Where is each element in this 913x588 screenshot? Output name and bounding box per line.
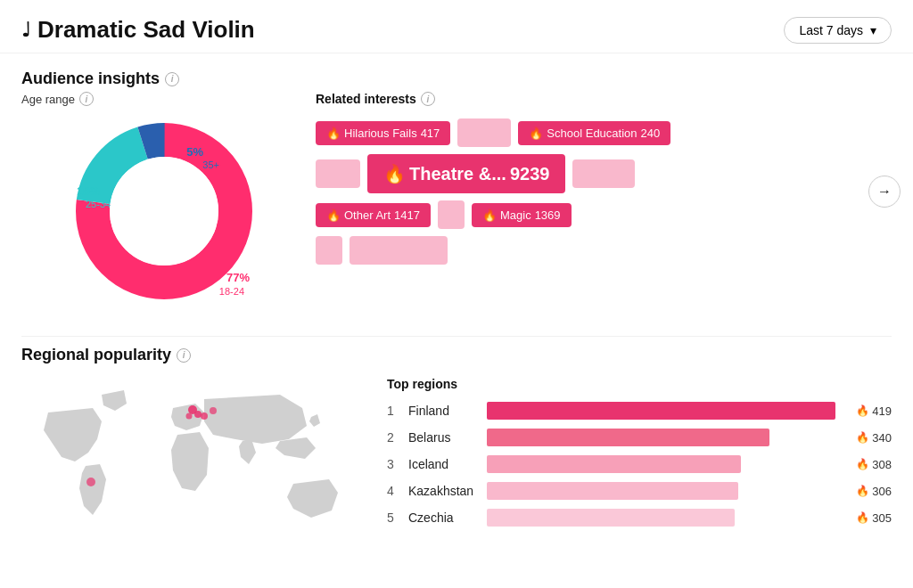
tag-placeholder-6	[350, 236, 448, 265]
tag-hilarious-fails-label: Hilarious Fails	[344, 127, 417, 140]
tag-placeholder-5	[316, 236, 342, 265]
svg-point-9	[86, 478, 95, 486]
region-bar-iceland	[487, 455, 741, 473]
section-divider	[21, 336, 892, 337]
main-content: Audience insights i Age range i	[0, 53, 913, 575]
fire-icon-finland: 🔥	[856, 404, 869, 417]
related-interests-text: Related interests	[316, 92, 416, 106]
next-arrow-button[interactable]: →	[868, 176, 901, 208]
svg-point-3	[110, 157, 218, 265]
region-bar-wrap-5	[487, 509, 835, 527]
belarus-count-text: 340	[872, 431, 892, 445]
tag-magic[interactable]: 🔥 Magic 1369	[472, 203, 572, 227]
label-18-24: 18-24	[219, 286, 244, 297]
region-bar-wrap-3	[487, 455, 835, 473]
tag-placeholder-4	[438, 200, 465, 229]
region-bar-kazakhstan	[487, 482, 738, 500]
related-interests-title: Related interests i	[316, 92, 892, 106]
fire-icon-4: 🔥	[482, 208, 497, 222]
title-text: Dramatic Sad Violin	[37, 16, 255, 44]
tag-theatre-label: Theatre &...	[409, 164, 506, 184]
region-name-kazakhstan: Kazakhstan	[408, 484, 480, 498]
chevron-down-icon: ▾	[870, 23, 876, 37]
iceland-count-text: 308	[872, 458, 892, 471]
region-bar-wrap-2	[487, 429, 835, 446]
region-bar-czechia	[487, 509, 735, 527]
date-picker-button[interactable]: Last 7 days ▾	[784, 17, 892, 44]
age-range-label: Age range i	[21, 92, 307, 106]
region-name-belarus: Belarus	[408, 430, 480, 445]
regional-section-title: Regional popularity i	[21, 346, 892, 364]
table-row: 2 Belarus 🔥 340	[387, 429, 892, 446]
interest-row-2: 🔥 Theatre &... 9239	[316, 154, 892, 193]
tag-placeholder-1	[457, 118, 511, 147]
label-25-34: 25-34	[86, 199, 111, 209]
czechia-count-text: 305	[872, 511, 892, 525]
tag-other-art-count: 1417	[394, 208, 420, 222]
region-name-iceland: Iceland	[408, 457, 480, 471]
tag-magic-count: 1369	[535, 208, 561, 222]
fire-icon-czechia: 🔥	[856, 511, 869, 524]
region-count-finland: 🔥 419	[843, 404, 892, 418]
fire-icon-kazakhstan: 🔥	[856, 485, 869, 497]
top-regions-title: Top regions	[387, 377, 892, 391]
table-row: 4 Kazakhstan 🔥 306	[387, 482, 892, 500]
label-18-pct: 18%	[77, 184, 100, 198]
regional-info-icon[interactable]: i	[177, 348, 191, 363]
donut-chart: 77% 18-24 18% 25-34 5% 35+	[66, 113, 262, 309]
region-bar-belarus	[487, 429, 769, 446]
tag-school-education-count: 240	[641, 127, 661, 140]
label-5-pct: 5%	[186, 145, 203, 159]
regional-content: Top regions 1 Finland 🔥 419 2 Belarus	[21, 377, 892, 559]
tag-placeholder-2	[316, 159, 360, 188]
tag-hilarious-fails[interactable]: 🔥 Hilarious Fails 417	[316, 121, 450, 145]
label-77-pct: 77%	[226, 271, 250, 284]
related-interests-info-icon[interactable]: i	[421, 92, 435, 106]
region-name-finland: Finland	[408, 404, 480, 418]
fire-icon-iceland: 🔥	[856, 458, 869, 470]
fire-icon: 🔥	[326, 127, 341, 140]
region-count-czechia: 🔥 305	[843, 511, 892, 525]
tag-school-education-label: School Education	[547, 127, 637, 140]
tag-other-art-label: Other Art	[344, 208, 391, 222]
tag-theatre[interactable]: 🔥 Theatre &... 9239	[367, 154, 565, 193]
region-rank-2: 2	[387, 430, 401, 445]
audience-title-text: Audience insights	[21, 69, 160, 88]
svg-point-5	[194, 411, 202, 418]
date-picker-label: Last 7 days	[799, 23, 863, 37]
audience-section-title: Audience insights i	[21, 69, 892, 88]
regional-title-text: Regional popularity	[21, 346, 171, 364]
fire-icon-3: 🔥	[326, 208, 341, 222]
interest-row-1: 🔥 Hilarious Fails 417 🔥 School Education…	[316, 118, 892, 147]
tag-school-education[interactable]: 🔥 School Education 240	[518, 121, 670, 145]
top-regions-block: Top regions 1 Finland 🔥 419 2 Belarus	[387, 377, 892, 559]
kazakhstan-count-text: 306	[872, 485, 892, 498]
interest-row-4	[316, 236, 892, 265]
finland-count-text: 419	[872, 404, 892, 418]
region-bar-wrap-4	[487, 482, 835, 500]
tag-hilarious-fails-count: 417	[421, 127, 440, 140]
region-count-kazakhstan: 🔥 306	[843, 485, 892, 498]
region-rank-3: 3	[387, 457, 401, 471]
music-icon: ♩	[21, 19, 30, 42]
svg-point-6	[201, 412, 208, 420]
region-bar-finland	[487, 402, 835, 420]
fire-icon-lg: 🔥	[383, 163, 406, 184]
tag-placeholder-3	[572, 159, 635, 188]
region-rank-4: 4	[387, 484, 401, 498]
interest-row-3: 🔥 Other Art 1417 🔥 Magic 1369	[316, 200, 892, 229]
table-row: 1 Finland 🔥 419	[387, 402, 892, 420]
audience-info-icon[interactable]: i	[165, 72, 179, 86]
svg-point-7	[186, 413, 193, 420]
tag-other-art[interactable]: 🔥 Other Art 1417	[316, 203, 431, 227]
region-count-iceland: 🔥 308	[843, 458, 892, 471]
region-count-belarus: 🔥 340	[843, 431, 892, 445]
fire-icon-belarus: 🔥	[856, 431, 869, 444]
svg-point-8	[210, 407, 217, 414]
age-range-info-icon[interactable]: i	[79, 92, 94, 106]
map-container	[21, 377, 360, 559]
page-header: ♩ Dramatic Sad Violin Last 7 days ▾	[0, 0, 913, 53]
age-range-text: Age range	[21, 93, 75, 106]
region-rank-1: 1	[387, 404, 401, 418]
table-row: 5 Czechia 🔥 305	[387, 509, 892, 527]
